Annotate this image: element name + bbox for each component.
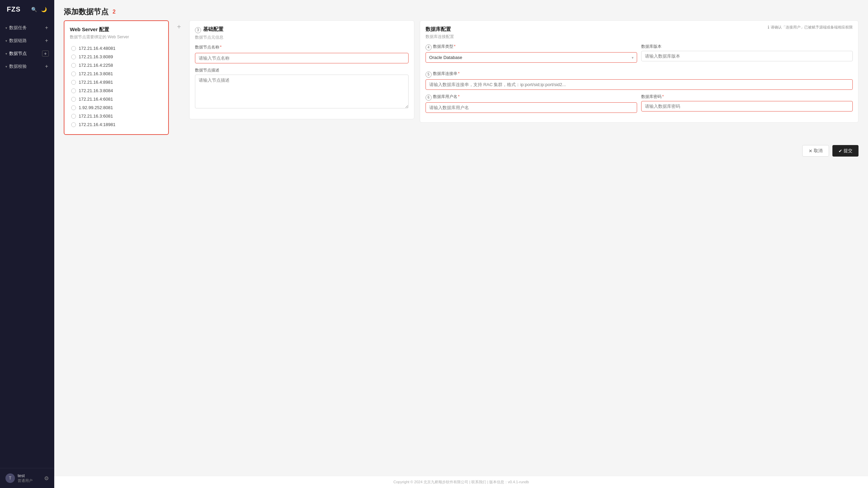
action-bar: ✕ 取消 ✔ 提交 xyxy=(54,142,868,162)
submit-button[interactable]: ✔ 提交 xyxy=(832,145,859,157)
list-item[interactable]: 172.21.16.4:2258 xyxy=(70,61,163,69)
cancel-button[interactable]: ✕ 取消 xyxy=(802,145,829,157)
add-between-icon: + xyxy=(174,20,184,34)
footer-text: Copyright © 2024 北京九桥顺步软件有限公司 | 联系我们 | 版… xyxy=(393,480,529,484)
db-pwd-group: 数据库密码* xyxy=(641,94,853,113)
db-conn-group: 5 数据库连接串* xyxy=(426,71,853,90)
server-address: 172.21.16.3:8084 xyxy=(79,88,113,93)
sidebar-item-tasks[interactable]: ▾ 数据任务 + xyxy=(0,21,54,34)
server-address: 172.21.16.4:48081 xyxy=(79,46,115,51)
db-type-label: 数据库类型* xyxy=(433,44,456,49)
add-node-button[interactable]: + xyxy=(42,50,49,57)
db-user-pwd-row: 6 数据库用户名* 数据库密码* xyxy=(426,94,853,117)
radio-icon xyxy=(71,55,76,59)
db-panel: ℹ 请确认「连接用户」已被赋予源端或备端相应权限 数据库配置 数据库连接配置 4… xyxy=(420,20,859,123)
page-header: 添加数据节点 2 xyxy=(54,0,868,20)
db-version-label: 数据库版本 xyxy=(641,44,853,49)
radio-icon xyxy=(71,80,76,85)
user-info: T test 普通用户 xyxy=(5,473,33,483)
step-5-badge: 5 xyxy=(426,72,432,78)
close-icon: ✕ xyxy=(809,148,812,154)
db-type-version-row: 4 数据库类型* Oracle Database MySQL PostgreSQ… xyxy=(426,44,853,67)
settings-button[interactable]: ⚙ xyxy=(44,475,49,482)
list-item[interactable]: 172.21.16.3:8084 xyxy=(70,86,163,95)
basic-panel: 3 基础配置 数据节点元信息 数据节点名称* 数据节点描述 xyxy=(189,20,414,119)
radio-icon xyxy=(71,122,76,127)
node-name-input[interactable] xyxy=(195,53,409,63)
list-item[interactable]: 172.21.16.4:6081 xyxy=(70,95,163,103)
sidebar: FZS 🔍 🌙 ▾ 数据任务 + xyxy=(0,0,54,488)
app-logo: FZS xyxy=(7,5,21,13)
avatar: T xyxy=(5,473,15,483)
node-desc-input[interactable] xyxy=(195,75,409,108)
step-6-badge: 6 xyxy=(426,95,432,101)
db-panel-subtitle: 数据库连接配置 xyxy=(426,34,853,40)
page-footer: Copyright © 2024 北京九桥顺步软件有限公司 | 联系我们 | 版… xyxy=(54,476,868,488)
db-type-select[interactable]: Oracle Database MySQL PostgreSQL SQL Ser… xyxy=(426,52,637,63)
server-address: 172.21.16.4:8981 xyxy=(79,80,113,85)
webserver-panel: Web Server 配置 数据节点需要绑定的 Web Server 172.2… xyxy=(64,20,169,135)
step-3-badge: 3 xyxy=(195,27,201,33)
radio-icon xyxy=(71,105,76,110)
submit-icon: ✔ xyxy=(839,148,842,154)
server-address: 172.21.16.3:8081 xyxy=(79,71,113,76)
chevron-down-icon: ▾ xyxy=(5,26,7,30)
user-name: test xyxy=(18,473,33,478)
theme-icon-btn[interactable]: 🌙 xyxy=(40,6,47,13)
chevron-down-icon: ▾ xyxy=(5,52,7,56)
search-icon: 🔍 xyxy=(31,7,37,12)
list-item[interactable]: 172.21.16.4:8981 xyxy=(70,78,163,86)
db-pwd-label: 数据库密码* xyxy=(641,94,853,100)
list-item[interactable]: 172.21.16.4:18981 xyxy=(70,120,163,129)
list-item[interactable]: 172.21.16.4:48081 xyxy=(70,44,163,53)
server-address: 172.21.16.3:8089 xyxy=(79,54,113,59)
sidebar-footer: T test 普通用户 ⚙ xyxy=(0,468,54,488)
list-item[interactable]: 1.92.99.252:8081 xyxy=(70,103,163,112)
node-name-label-wrapper: 数据节点名称* xyxy=(195,44,409,52)
page-title: 添加数据节点 xyxy=(64,7,108,17)
step-4-badge: 4 xyxy=(426,44,432,50)
avatar-text: T xyxy=(9,476,11,481)
radio-icon xyxy=(71,63,76,68)
radio-icon xyxy=(71,72,76,76)
server-list: 172.21.16.4:48081 172.21.16.3:8089 172.2… xyxy=(70,44,163,129)
sidebar-item-validate[interactable]: ▾ 数据校验 + xyxy=(0,60,54,73)
list-item[interactable]: 172.21.16.3:8089 xyxy=(70,53,163,61)
sidebar-icon-group: 🔍 🌙 xyxy=(31,6,47,13)
sidebar-item-nodes[interactable]: ▾ 数据节点 + xyxy=(0,47,54,60)
server-address: 172.21.16.4:18981 xyxy=(79,122,115,127)
chevron-down-icon: ▾ xyxy=(5,65,7,68)
sidebar-item-links[interactable]: ▾ 数据链路 + xyxy=(0,34,54,47)
sidebar-item-nodes-label: 数据节点 xyxy=(9,50,27,57)
radio-icon xyxy=(71,46,76,51)
webserver-panel-subtitle: 数据节点需要绑定的 Web Server xyxy=(70,34,163,40)
page-body: Web Server 配置 数据节点需要绑定的 Web Server 172.2… xyxy=(54,20,868,142)
node-name-group: 数据节点名称* xyxy=(195,44,409,63)
sidebar-item-validate-label: 数据校验 xyxy=(9,63,27,69)
db-conn-label: 数据库连接串* xyxy=(433,71,460,77)
db-conn-input[interactable] xyxy=(426,79,853,90)
basic-panel-subtitle: 数据节点元信息 xyxy=(195,35,409,40)
sidebar-nav: ▾ 数据任务 + ▾ 数据链路 + ▾ 数据节点 xyxy=(0,19,54,468)
add-icon-button[interactable]: + xyxy=(177,23,181,31)
search-icon-btn[interactable]: 🔍 xyxy=(31,6,38,13)
sidebar-item-links-label: 数据链路 xyxy=(9,38,27,44)
user-role: 普通用户 xyxy=(18,478,33,483)
db-version-input[interactable] xyxy=(641,51,853,61)
list-item[interactable]: 172.21.16.3:6081 xyxy=(70,112,163,120)
add-validate-button[interactable]: + xyxy=(44,64,49,69)
node-desc-group: 数据节点描述 xyxy=(195,67,409,109)
node-name-label: 数据节点名称* xyxy=(195,44,222,50)
radio-icon xyxy=(71,88,76,93)
basic-panel-title: 基础配置 xyxy=(203,26,223,33)
add-link-button[interactable]: + xyxy=(44,38,49,43)
add-task-button[interactable]: + xyxy=(44,25,49,30)
db-user-input[interactable] xyxy=(426,102,637,113)
info-icon: ℹ xyxy=(768,25,769,30)
db-version-group: 数据库版本 xyxy=(641,44,853,63)
user-details: test 普通用户 xyxy=(18,473,33,483)
server-address: 172.21.16.3:6081 xyxy=(79,114,113,119)
sidebar-logo-area: FZS 🔍 🌙 xyxy=(0,0,54,19)
list-item[interactable]: 172.21.16.3:8081 xyxy=(70,69,163,78)
db-pwd-input[interactable] xyxy=(641,101,853,111)
